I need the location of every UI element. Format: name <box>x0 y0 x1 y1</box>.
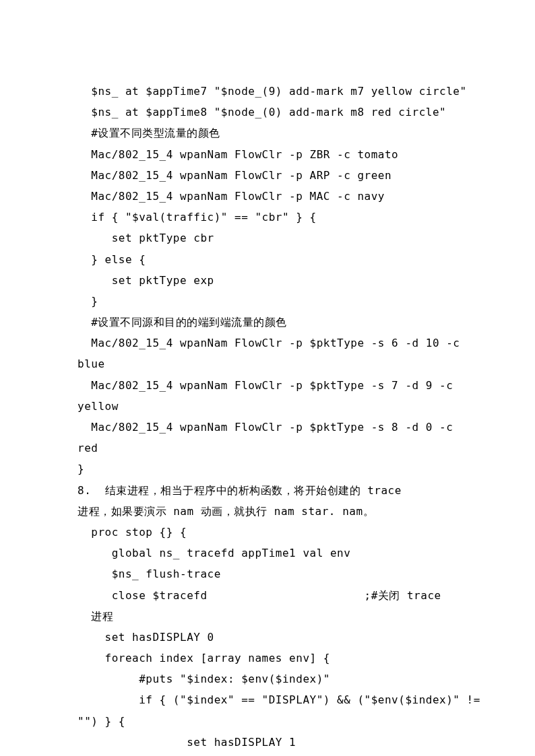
code-line: set hasDISPLAY 1 <box>77 732 458 753</box>
code-line: set pktType exp <box>77 270 458 291</box>
code-line: set hasDISPLAY 0 <box>77 627 458 648</box>
code-line: Mac/802_15_4 wpanNam FlowClr -p $pktType… <box>77 417 458 438</box>
code-line: #设置不同源和目的的端到端流量的颜色 <box>77 312 458 333</box>
code-line: Mac/802_15_4 wpanNam FlowClr -p $pktType… <box>77 375 458 396</box>
code-line: $ns_ at $appTime7 "$node_(9) add-mark m7… <box>77 81 458 102</box>
code-line: blue <box>77 353 458 374</box>
code-line: $ns_ flush-trace <box>77 563 458 584</box>
code-line: #设置不同类型流量的颜色 <box>77 123 458 143</box>
code-line: Mac/802_15_4 wpanNam FlowClr -p ARP -c g… <box>77 165 458 186</box>
code-line: } <box>77 753 458 756</box>
code-line: } <box>77 458 458 479</box>
document-page: $ns_ at $appTime7 "$node_(9) add-mark m7… <box>0 0 535 756</box>
code-line: if { ("$index" == "DISPLAY") && ("$env($… <box>77 689 458 710</box>
code-line: close $tracefd ;#关闭 trace <box>77 585 458 606</box>
code-line: Mac/802_15_4 wpanNam FlowClr -p $pktType… <box>77 333 458 353</box>
code-line: set pktType cbr <box>77 228 458 248</box>
code-line: global ns_ tracefd appTime1 val env <box>77 543 458 563</box>
code-line: 进程 <box>77 606 458 627</box>
code-line: red <box>77 438 458 458</box>
code-line: foreach index [array names env] { <box>77 648 458 668</box>
code-line: } else { <box>77 249 458 270</box>
code-line: #puts "$index: $env($index)" <box>77 668 458 689</box>
code-line: yellow <box>77 396 458 417</box>
code-line: proc stop {} { <box>77 522 458 543</box>
code-line: 8. 结束进程，相当于程序中的析构函数，将开始创建的 trace <box>77 480 458 501</box>
code-line: } <box>77 291 458 312</box>
code-line: Mac/802_15_4 wpanNam FlowClr -p ZBR -c t… <box>77 144 458 165</box>
code-line: $ns_ at $appTime8 "$node_(0) add-mark m8… <box>77 102 458 123</box>
code-line: 进程，如果要演示 nam 动画，就执行 nam star. nam。 <box>77 501 458 522</box>
code-line: if { "$val(traffic)" == "cbr" } { <box>77 207 458 228</box>
code-line: Mac/802_15_4 wpanNam FlowClr -p MAC -c n… <box>77 186 458 207</box>
code-line: "") } { <box>77 711 458 732</box>
